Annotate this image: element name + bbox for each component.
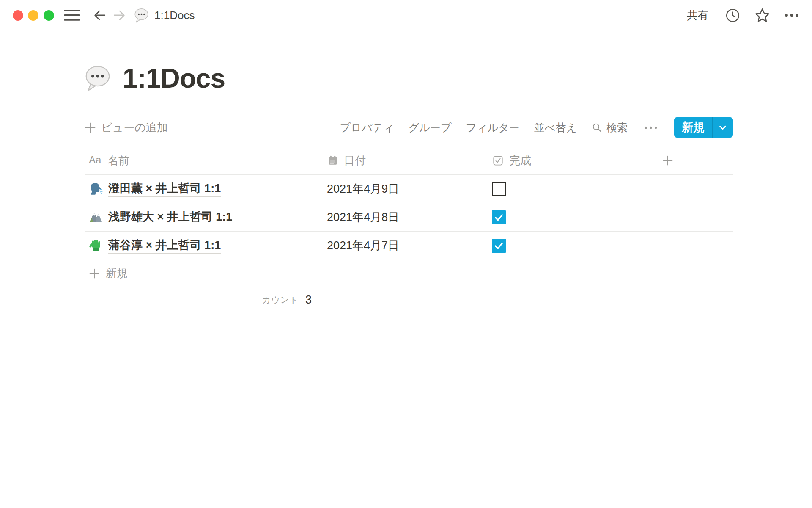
row-extra-cell bbox=[653, 203, 733, 231]
name-cell[interactable]: 浅野雄大 × 井上哲司 1:1 bbox=[85, 203, 315, 231]
plus-icon bbox=[85, 122, 96, 133]
gloves-icon bbox=[89, 239, 103, 253]
page-link[interactable]: 蒲谷淳 × 井上哲司 1:1 bbox=[108, 237, 221, 254]
hamburger-icon bbox=[64, 9, 80, 22]
page-link[interactable]: 澄田薫 × 井上哲司 1:1 bbox=[108, 181, 221, 197]
page-header: 1:1Docs bbox=[84, 63, 225, 94]
aggregate-count[interactable]: カウント 3 bbox=[85, 287, 315, 312]
breadcrumb[interactable]: 1:1Docs bbox=[134, 5, 195, 25]
search-icon bbox=[591, 122, 603, 133]
table-row: 澄田薫 × 井上哲司 1:1 2021年4月9日 bbox=[85, 175, 733, 203]
filter-button[interactable]: フィルター bbox=[466, 121, 519, 135]
properties-button[interactable]: プロパティ bbox=[340, 121, 394, 135]
column-done-label: 完成 bbox=[509, 153, 531, 168]
count-label: カウント bbox=[262, 294, 299, 306]
titlebar-actions: 共有 bbox=[684, 0, 800, 30]
ellipsis-icon bbox=[643, 122, 659, 133]
date-cell[interactable]: 2021年4月7日 bbox=[315, 232, 483, 260]
star-icon bbox=[754, 7, 771, 24]
page-title[interactable]: 1:1Docs bbox=[123, 63, 225, 94]
done-cell bbox=[483, 175, 653, 203]
page-icon-speech-balloon[interactable] bbox=[84, 64, 112, 92]
plus-icon bbox=[89, 268, 100, 279]
title-property-icon: Aa bbox=[89, 155, 101, 166]
page-link[interactable]: 浅野雄大 × 井上哲司 1:1 bbox=[108, 209, 232, 225]
done-checkbox[interactable] bbox=[492, 182, 506, 196]
chevron-down-icon bbox=[718, 123, 727, 132]
forward-button[interactable] bbox=[111, 7, 128, 24]
database-table: Aa 名前 日付 完成 bbox=[85, 146, 733, 312]
minimize-window-button[interactable] bbox=[28, 10, 38, 21]
snow-capped-mountain-icon bbox=[89, 210, 103, 224]
column-header-done[interactable]: 完成 bbox=[483, 146, 653, 174]
column-header-date[interactable]: 日付 bbox=[315, 146, 483, 174]
speaking-head-icon bbox=[89, 182, 103, 196]
ellipsis-icon bbox=[783, 7, 800, 24]
column-name-label: 名前 bbox=[107, 153, 129, 168]
view-more-button[interactable] bbox=[642, 122, 660, 133]
group-button[interactable]: グループ bbox=[409, 121, 452, 135]
check-icon bbox=[494, 240, 504, 251]
date-value: 2021年4月9日 bbox=[327, 181, 399, 196]
done-cell bbox=[483, 232, 653, 260]
row-extra-cell bbox=[653, 232, 733, 260]
add-column-button[interactable] bbox=[653, 146, 733, 174]
add-view-label: ビューの追加 bbox=[101, 120, 168, 135]
new-record-dropdown-button[interactable] bbox=[712, 117, 733, 138]
date-cell[interactable]: 2021年4月9日 bbox=[315, 175, 483, 203]
name-cell[interactable]: 澄田薫 × 井上哲司 1:1 bbox=[85, 175, 315, 203]
back-button[interactable] bbox=[91, 7, 108, 24]
close-window-button[interactable] bbox=[13, 10, 23, 21]
view-toolbar: ビューの追加 プロパティ グループ フィルター 並べ替え 検索 新規 bbox=[85, 117, 733, 138]
table-row: 浅野雄大 × 井上哲司 1:1 2021年4月8日 bbox=[85, 203, 733, 232]
add-row-button[interactable]: 新規 bbox=[85, 260, 733, 287]
checkbox-property-icon bbox=[492, 155, 504, 167]
table-header-row: Aa 名前 日付 完成 bbox=[85, 146, 733, 175]
count-value: 3 bbox=[305, 293, 312, 306]
done-checkbox[interactable] bbox=[492, 239, 506, 253]
clock-icon bbox=[725, 8, 741, 23]
date-value: 2021年4月7日 bbox=[327, 238, 399, 253]
search-label: 検索 bbox=[606, 121, 628, 135]
share-button[interactable]: 共有 bbox=[684, 6, 711, 25]
add-view-button[interactable]: ビューの追加 bbox=[85, 120, 168, 135]
date-value: 2021年4月8日 bbox=[327, 210, 399, 225]
column-date-label: 日付 bbox=[344, 153, 366, 168]
name-cell[interactable]: 蒲谷淳 × 井上哲司 1:1 bbox=[85, 232, 315, 260]
date-cell[interactable]: 2021年4月8日 bbox=[315, 203, 483, 231]
breadcrumb-title: 1:1Docs bbox=[154, 9, 195, 22]
search-button[interactable]: 検索 bbox=[591, 121, 628, 135]
calendar-icon bbox=[327, 155, 339, 166]
new-record-split-button: 新規 bbox=[674, 117, 733, 138]
titlebar: 1:1Docs 共有 bbox=[0, 0, 812, 30]
row-extra-cell bbox=[653, 175, 733, 203]
back-arrow-icon bbox=[92, 8, 107, 23]
add-row-label: 新規 bbox=[106, 266, 128, 281]
plus-icon bbox=[662, 155, 673, 166]
updates-button[interactable] bbox=[724, 7, 741, 24]
sort-button[interactable]: 並べ替え bbox=[534, 121, 577, 135]
column-header-name[interactable]: Aa 名前 bbox=[85, 146, 315, 174]
favorite-button[interactable] bbox=[754, 7, 771, 24]
page-more-button[interactable] bbox=[783, 7, 800, 24]
sidebar-menu-button[interactable] bbox=[63, 7, 80, 24]
check-icon bbox=[494, 212, 504, 223]
done-cell bbox=[483, 203, 653, 231]
view-toolbar-actions: プロパティ グループ フィルター 並べ替え 検索 新規 bbox=[340, 117, 733, 138]
done-checkbox[interactable] bbox=[492, 210, 506, 224]
forward-arrow-icon bbox=[112, 8, 127, 23]
new-record-button[interactable]: 新規 bbox=[674, 117, 712, 138]
speech-balloon-icon bbox=[134, 8, 149, 23]
zoom-window-button[interactable] bbox=[44, 10, 54, 21]
table-row: 蒲谷淳 × 井上哲司 1:1 2021年4月7日 bbox=[85, 232, 733, 260]
